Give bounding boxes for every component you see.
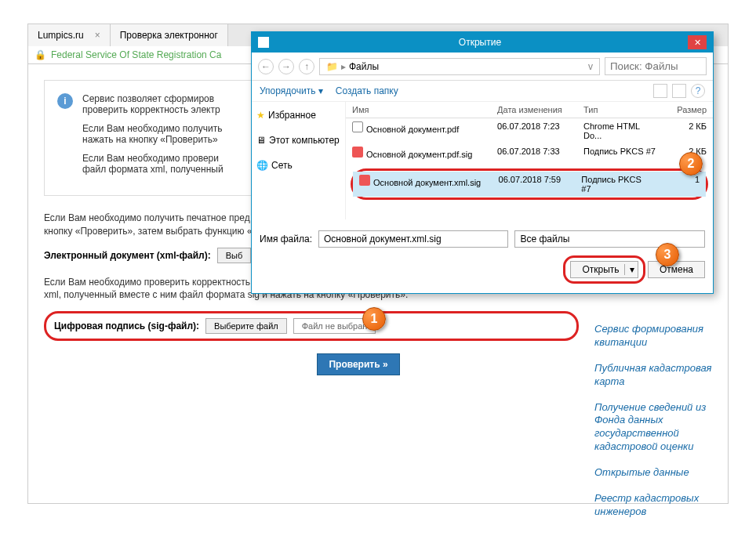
tree-favorites[interactable]: ★Избранное [256, 107, 340, 124]
search-input[interactable] [605, 57, 707, 75]
sig-label: Цифровая подпись (sig-файл): [54, 321, 199, 331]
close-icon[interactable]: × [95, 30, 100, 41]
up-icon[interactable]: ↑ [299, 59, 314, 74]
tab-label: Lumpics.ru [38, 30, 84, 41]
highlight-ring-3: Открыть▾ [563, 255, 645, 284]
verify-button[interactable]: Проверить » [317, 353, 399, 375]
app-icon [258, 37, 269, 48]
xml-choose-button[interactable]: Выб [217, 248, 252, 263]
file-row[interactable]: Основной документ.pdf 06.07.2018 7:23 Ch… [346, 118, 713, 143]
lock-icon: 🔒 [35, 49, 46, 60]
file-open-dialog: Открытие ✕ ← → ↑ 📁 ▸ Файлы v Упорядочить… [251, 31, 714, 294]
chevron-down-icon: ▾ [624, 264, 634, 275]
file-list: Имя Дата изменения Тип Размер Основной д… [346, 102, 713, 219]
view-icon[interactable] [653, 84, 667, 98]
sidebar-map[interactable]: Публичная кадастровая карта [594, 362, 712, 389]
sig-icon [359, 175, 370, 186]
filetype-select[interactable] [514, 230, 705, 248]
sidebar-open-data[interactable]: Открытые данные [594, 466, 712, 480]
sig-icon [352, 147, 363, 158]
new-folder-button[interactable]: Создать папку [336, 85, 398, 96]
dialog-titlebar: Открытие ✕ [252, 32, 713, 53]
dialog-title: Открытие [274, 37, 686, 48]
callout-3: 3 [656, 243, 679, 266]
sig-choose-button[interactable]: Выберите файл [205, 318, 287, 334]
sidebar-fund[interactable]: Получение сведений из Фонда данных госуд… [594, 401, 712, 455]
star-icon: ★ [256, 110, 265, 121]
preview-icon[interactable] [672, 84, 686, 98]
back-icon[interactable]: ← [258, 59, 274, 74]
cancel-button[interactable]: Отмена [648, 261, 705, 278]
pdf-icon [352, 121, 363, 132]
sidebar-kvitancii[interactable]: Сервис формирования квитанции [594, 323, 712, 349]
help-icon[interactable]: ? [691, 84, 705, 98]
forward-icon[interactable]: → [278, 59, 294, 74]
url-text: Federal Service Of State Registration Ca [51, 49, 221, 60]
sig-row: Цифровая подпись (sig-файл): Выберите фа… [44, 311, 579, 341]
path-folder[interactable]: Файлы [349, 61, 379, 72]
callout-1: 1 [362, 307, 386, 331]
file-row-selected[interactable]: Основной документ.xml.sig 06.07.2018 7:5… [353, 172, 706, 197]
col-name[interactable]: Имя [346, 102, 491, 118]
tab-lumpics[interactable]: Lumpics.ru × [28, 24, 111, 46]
dialog-nav: ← → ↑ 📁 ▸ Файлы v [252, 53, 713, 81]
highlight-ring-2: Основной документ.xml.sig 06.07.2018 7:5… [351, 168, 708, 200]
sidebar-engineers[interactable]: Реестр кадастровых инженеров [594, 492, 712, 519]
col-type[interactable]: Тип [577, 102, 663, 118]
breadcrumb[interactable]: 📁 ▸ Файлы v [319, 58, 600, 75]
tab-verify[interactable]: Проверка электронног [111, 24, 228, 46]
close-button[interactable]: ✕ [688, 35, 707, 49]
filename-input[interactable] [318, 230, 509, 248]
col-size[interactable]: Размер [663, 102, 713, 118]
callout-2: 2 [679, 152, 703, 176]
col-date[interactable]: Дата изменения [491, 102, 577, 118]
tree-computer[interactable]: 🖥 Этот компьютер [256, 132, 340, 149]
tree-network[interactable]: 🌐 Сеть [256, 157, 340, 174]
open-button[interactable]: Открыть▾ [570, 261, 638, 278]
folder-icon: 📁 [326, 61, 338, 72]
filename-label: Имя файла: [260, 234, 312, 244]
dialog-toolbar: Упорядочить ▾ Создать папку ? [252, 81, 713, 102]
nav-tree: ★Избранное 🖥 Этот компьютер 🌐 Сеть [252, 102, 346, 219]
dialog-footer: Имя файла: Открыть▾ Отмена [252, 219, 713, 293]
info-icon: i [57, 93, 73, 109]
organize-menu[interactable]: Упорядочить ▾ [260, 85, 323, 96]
xml-label: Электронный документ (xml-файл): [44, 250, 211, 261]
file-row[interactable]: Основной документ.pdf.sig 06.07.2018 7:3… [346, 143, 713, 162]
tab-label: Проверка электронног [120, 30, 218, 41]
